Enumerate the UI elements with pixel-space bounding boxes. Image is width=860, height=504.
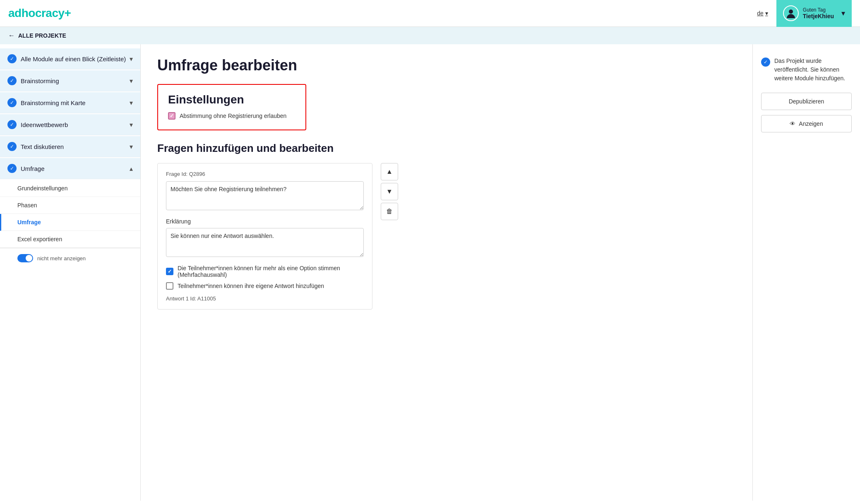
chevron-down-icon: ▾ bbox=[130, 121, 133, 129]
sidebar-item-left: ✓ Umfrage bbox=[7, 164, 45, 173]
move-up-button[interactable]: ▲ bbox=[381, 163, 398, 180]
check-circle-icon: ✓ bbox=[7, 54, 17, 63]
delete-icon: 🗑 bbox=[386, 208, 393, 215]
toggle-row: nicht mehr anzeigen bbox=[0, 248, 140, 268]
up-arrow-icon: ▲ bbox=[386, 168, 393, 175]
sidebar-sub-item-excel[interactable]: Excel exportieren bbox=[0, 231, 140, 248]
main-content: Umfrage bearbeiten Einstellungen Abstimm… bbox=[141, 44, 752, 501]
app-logo: adhocracy+ bbox=[8, 7, 71, 20]
check-circle-icon: ✓ bbox=[7, 164, 17, 173]
check-circle-icon: ✓ bbox=[7, 76, 17, 85]
logo-plus: + bbox=[65, 7, 71, 19]
multiple-choice-row: Die Teilnehmer*innen können für mehr als… bbox=[166, 265, 364, 278]
toggle-label: nicht mehr anzeigen bbox=[37, 255, 86, 262]
question-card: Frage Id: Q2896 Möchten Sie ohne Registr… bbox=[157, 163, 372, 310]
sidebar-sub-item-grundeinstellungen[interactable]: Grundeinstellungen bbox=[0, 180, 140, 197]
move-down-button[interactable]: ▼ bbox=[381, 183, 398, 200]
sidebar-sub-item-umfrage[interactable]: Umfrage bbox=[0, 214, 140, 231]
status-text: Das Projekt wurde veröffentlicht. Sie kö… bbox=[774, 57, 852, 83]
check-circle-icon: ✓ bbox=[7, 142, 17, 151]
own-answer-row: Teilnehmer*innen können ihre eigene Antw… bbox=[166, 282, 364, 290]
chevron-down-icon: ▾ bbox=[130, 55, 133, 63]
chevron-down-icon: ▾ bbox=[130, 143, 133, 151]
question-id: Frage Id: Q2896 bbox=[166, 171, 364, 177]
settings-box: Einstellungen Abstimmung ohne Registrier… bbox=[157, 84, 306, 130]
sidebar-label: Umfrage bbox=[21, 165, 45, 172]
sidebar-label: Brainstorming mit Karte bbox=[21, 99, 86, 106]
sidebar-sub-menu: Grundeinstellungen Phasen Umfrage Excel … bbox=[0, 180, 140, 268]
sidebar-label: Brainstorming bbox=[21, 77, 59, 84]
logo-text: adhocracy bbox=[8, 7, 65, 19]
sidebar-item-zeitleiste[interactable]: ✓ Alle Module auf einen Blick (Zeitleist… bbox=[0, 48, 140, 70]
user-name: TietjeKhieu bbox=[803, 13, 834, 19]
multiple-choice-label: Die Teilnehmer*innen können für mehr als… bbox=[178, 265, 364, 278]
status-box: ✓ Das Projekt wurde veröffentlicht. Sie … bbox=[761, 57, 852, 83]
sidebar-item-brainstorming[interactable]: ✓ Brainstorming ▾ bbox=[0, 70, 140, 91]
depublizieren-label: Depublizieren bbox=[789, 98, 824, 105]
sidebar: ✓ Alle Module auf einen Blick (Zeitleist… bbox=[0, 44, 141, 501]
user-info: Guten Tag TietjeKhieu bbox=[803, 7, 834, 19]
sidebar-label: Alle Module auf einen Blick (Zeitleiste) bbox=[21, 55, 126, 62]
page-title: Umfrage bearbeiten bbox=[157, 57, 736, 74]
sidebar-item-text-diskutieren[interactable]: ✓ Text diskutieren ▾ bbox=[0, 136, 140, 157]
answer-id: Antwort 1 Id: A11005 bbox=[166, 295, 364, 302]
sidebar-item-umfrage[interactable]: ✓ Umfrage ▴ bbox=[0, 158, 140, 179]
question-area: Frage Id: Q2896 Möchten Sie ohne Registr… bbox=[157, 163, 736, 310]
sub-item-label: Phasen bbox=[17, 202, 37, 209]
sidebar-label: Text diskutieren bbox=[21, 143, 64, 150]
chevron-up-icon: ▴ bbox=[130, 165, 133, 173]
chevron-down-icon: ▾ bbox=[130, 77, 133, 85]
question-controls: ▲ ▼ 🗑 bbox=[381, 163, 398, 220]
right-panel: ✓ Das Projekt wurde veröffentlicht. Sie … bbox=[752, 44, 860, 501]
own-answer-label: Teilnehmer*innen können ihre eigene Antw… bbox=[178, 283, 324, 289]
eye-icon: 👁 bbox=[790, 120, 795, 127]
sidebar-item-ideenwettbewerb[interactable]: ✓ Ideenwettbewerb ▾ bbox=[0, 114, 140, 135]
main-layout: ✓ Alle Module auf einen Blick (Zeitleist… bbox=[0, 44, 860, 501]
own-answer-checkbox[interactable] bbox=[166, 282, 173, 290]
sidebar-label: Ideenwettbewerb bbox=[21, 121, 68, 128]
sidebar-sub-item-phasen[interactable]: Phasen bbox=[0, 197, 140, 214]
delete-button[interactable]: 🗑 bbox=[381, 203, 398, 220]
header-right: de ▾ Guten Tag TietjeKhieu ▾ bbox=[757, 0, 852, 27]
explanation-label: Erklärung bbox=[166, 218, 364, 225]
breadcrumb-label: ALLE PROJEKTE bbox=[18, 32, 66, 39]
breadcrumb[interactable]: ← ALLE PROJEKTE bbox=[0, 27, 860, 44]
user-greeting: Guten Tag bbox=[803, 7, 834, 13]
app-header: adhocracy+ de ▾ Guten Tag TietjeKhieu ▾ bbox=[0, 0, 860, 27]
sidebar-item-left: ✓ Text diskutieren bbox=[7, 142, 64, 151]
anzeigen-label: Anzeigen bbox=[799, 120, 823, 127]
lang-chevron-icon: ▾ bbox=[765, 10, 768, 17]
anzeigen-button[interactable]: 👁 Anzeigen bbox=[761, 115, 852, 132]
back-arrow-icon: ← bbox=[8, 32, 15, 39]
check-circle-icon: ✓ bbox=[7, 120, 17, 129]
settings-title: Einstellungen bbox=[168, 93, 295, 106]
visibility-toggle[interactable] bbox=[17, 254, 33, 262]
user-menu[interactable]: Guten Tag TietjeKhieu ▾ bbox=[776, 0, 852, 27]
registration-checkbox-label: Abstimmung ohne Registrierung erlauben bbox=[180, 113, 286, 119]
sidebar-item-left: ✓ Brainstorming bbox=[7, 76, 59, 85]
settings-checkbox-row: Abstimmung ohne Registrierung erlauben bbox=[168, 112, 295, 120]
explanation-text-field[interactable]: Sie können nur eine Antwort auswählen. bbox=[166, 228, 364, 257]
avatar bbox=[783, 5, 799, 21]
sidebar-item-brainstorming-karte[interactable]: ✓ Brainstorming mit Karte ▾ bbox=[0, 92, 140, 113]
questions-section-title: Fragen hinzufügen und bearbeiten bbox=[157, 142, 736, 155]
language-selector[interactable]: de ▾ bbox=[757, 10, 768, 17]
user-chevron-icon: ▾ bbox=[841, 9, 845, 18]
registration-checkbox[interactable] bbox=[168, 112, 175, 120]
down-arrow-icon: ▼ bbox=[386, 188, 393, 195]
sub-item-label: Grundeinstellungen bbox=[17, 185, 67, 192]
sidebar-item-left: ✓ Alle Module auf einen Blick (Zeitleist… bbox=[7, 54, 126, 63]
sub-item-label: Umfrage bbox=[17, 219, 41, 226]
lang-label: de bbox=[757, 10, 764, 17]
multiple-choice-checkbox[interactable] bbox=[166, 268, 173, 275]
anzeigen-btn-inner: 👁 Anzeigen bbox=[768, 120, 845, 127]
sidebar-item-left: ✓ Ideenwettbewerb bbox=[7, 120, 68, 129]
sub-item-label: Excel exportieren bbox=[17, 236, 62, 242]
chevron-down-icon: ▾ bbox=[130, 99, 133, 107]
depublizieren-button[interactable]: Depublizieren bbox=[761, 93, 852, 110]
check-circle-icon: ✓ bbox=[7, 98, 17, 107]
question-text-field[interactable]: Möchten Sie ohne Registrierung teilnehme… bbox=[166, 181, 364, 210]
sidebar-item-left: ✓ Brainstorming mit Karte bbox=[7, 98, 86, 107]
svg-point-0 bbox=[789, 10, 793, 14]
status-check-icon: ✓ bbox=[761, 58, 770, 67]
